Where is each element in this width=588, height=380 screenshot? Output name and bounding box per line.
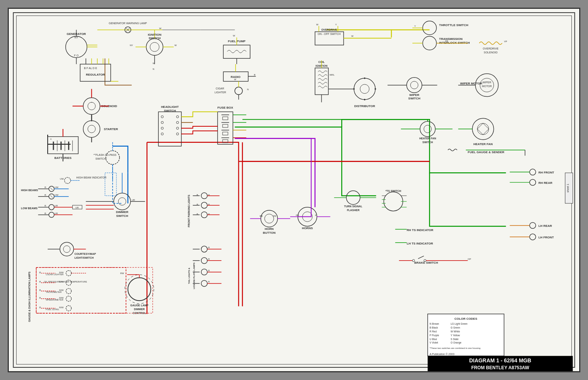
svg-point-166 [364,78,365,79]
svg-text:NY: NY [75,36,78,39]
svg-text:W: W [351,35,354,37]
svg-text:ON - OFF SWITCH: ON - OFF SWITCH [318,33,341,35]
svg-text:B: B [39,306,41,309]
svg-text:S   Slate: S Slate [450,338,458,340]
svg-text:B: B [45,186,46,188]
svg-text:REGULATOR: REGULATOR [86,73,105,76]
wiring-diagram: NY F O GENERATOR GENERATOR WARNING LAMP [8,8,580,372]
svg-text:B: B [39,289,41,291]
svg-text:OVERDRIVE: OVERDRIVE [321,28,337,31]
svg-text:NY: NY [130,44,133,46]
svg-text:W: W [316,23,319,26]
svg-text:Y: Y [335,23,337,26]
svg-text:WIPER MOTOR: WIPER MOTOR [460,82,482,85]
svg-text:FUEL GAUGE & SENDER: FUEL GAUGE & SENDER [468,150,504,154]
svg-text:*TS SWITCH: *TS SWITCH [385,190,401,192]
svg-text:W: W [174,44,177,46]
svg-text:FUSE BOX: FUSE BOX [218,106,233,109]
svg-text:B: B [254,74,256,76]
svg-text:FLASHER: FLASHER [347,209,360,211]
svg-text:OP: OP [468,258,471,260]
svg-text:B: B [45,205,46,207]
svg-text:LIGHT/SWITCH: LIGHT/SWITCH [75,256,94,259]
svg-text:TRANSMISSION: TRANSMISSION [439,37,463,41]
svg-text:HORNS: HORNS [302,226,313,230]
svg-text:Y: Y [414,25,416,27]
svg-text:HEADLIGHT: HEADLIGHT [161,105,179,109]
svg-text:SWITCH": SWITCH" [95,157,107,160]
svg-text:+: + [91,101,93,103]
svg-text:SWITCH: SWITCH [408,97,420,100]
svg-text:SWITCH: SWITCH [422,141,433,144]
svg-text:P: P [315,214,317,216]
svg-text:R/W: R/W [59,289,64,291]
svg-text:W: W [234,78,236,81]
svg-text:GENERATOR: GENERATOR [67,32,86,36]
svg-text:WIPER: WIPER [409,93,419,97]
svg-text:R  Red: R Red [430,330,437,333]
svg-text:BUTTON: BUTTON [263,231,276,235]
svg-text:UW: UW [55,194,58,196]
svg-text:COURTESY/MAP: COURTESY/MAP [75,253,96,255]
svg-text:A  Publication © 2003: A Publication © 2003 [430,353,455,355]
svg-text:B: B [39,297,41,299]
svg-text:B: B [39,281,41,283]
svg-text:UW: UW [60,178,64,180]
svg-text:LICENSE PLATE LAMPS: LICENSE PLATE LAMPS [193,263,195,289]
svg-text:V  Violet: V Violet [430,341,438,344]
svg-text:B: B [45,212,46,215]
svg-text:F O: F O [74,54,79,57]
svg-text:RH FRONT: RH FRONT [538,171,554,174]
svg-text:+: + [50,137,52,141]
svg-text:PB: PB [273,215,276,217]
svg-point-168 [364,99,365,101]
svg-text:O   Orange: O Orange [450,341,462,344]
svg-text:WIPER: WIPER [482,81,491,84]
svg-text:SWITCH: SWITCH [164,109,176,112]
svg-text:GENERATOR WARNING LAMP: GENERATOR WARNING LAMP [109,22,147,25]
svg-text:B F AL D E: B F AL D E [84,67,97,69]
svg-text:R: R [208,258,210,260]
svg-text:MOTOR: MOTOR [482,85,492,88]
svg-text:HIGH BEAM INDICATOR: HIGH BEAM INDICATOR [76,176,106,179]
svg-text:PB: PB [296,214,299,216]
svg-text:*These two switches are combin: *These two switches are combined in one … [430,347,480,349]
svg-text:PB: PB [260,215,263,217]
svg-text:COLOR CODES: COLOR CODES [455,317,477,321]
svg-text:P  Purple: P Purple [430,334,439,337]
svg-text:DIMMER: DIMMER [134,308,145,311]
svg-text:TAIL LIGHTS &: TAIL LIGHTS & [188,268,190,284]
svg-text:G   Green: G Green [450,326,460,329]
svg-text:RH TS INDICATOR: RH TS INDICATOR [407,228,434,232]
svg-text:N: N [153,68,154,70]
svg-text:HORN: HORN [265,227,274,231]
svg-text:LH REAR: LH REAR [538,224,552,228]
svg-text:B: B [39,271,41,274]
svg-text:GAUGE LAMP: GAUGE LAMP [130,304,148,307]
color-codes-box: COLOR CODES N Brown B Black R Red P Purp… [428,314,504,356]
svg-text:SWITCH: SWITCH [116,214,128,218]
svg-text:B: B [45,194,46,196]
svg-text:SOLENOID: SOLENOID [484,51,498,54]
svg-text:R: R [208,269,210,272]
svg-text:TURN SIGNAL: TURN SIGNAL [344,205,362,208]
svg-text:UR: UR [55,212,58,215]
sheet-label: sheet 1 [565,173,573,203]
svg-text:LOW BEAMS: LOW BEAMS [21,207,38,210]
svg-text:HIGH BEAMS: HIGH BEAMS [21,189,38,192]
svg-text:WRL: WRL [329,74,335,76]
svg-text:W: W [159,27,161,30]
svg-text:B  Black: B Black [430,326,439,329]
svg-text:R/W: R/W [59,281,64,283]
svg-text:R/W: R/W [59,297,64,299]
svg-text:HEATER FAN: HEATER FAN [473,142,493,146]
svg-text:UR: UR [75,207,79,209]
svg-text:R/W: R/W [59,271,64,274]
svg-text:LH TS INDICATOR: LH TS INDICATOR [407,242,433,245]
svg-text:N  Brown: N Brown [430,322,439,325]
svg-text:DIAGRAM 1 - 62/64 MGB: DIAGRAM 1 - 62/64 MGB [469,357,532,363]
svg-text:BRAKE SWITCH: BRAKE SWITCH [414,261,438,264]
svg-text:SWITCH: SWITCH [149,36,161,40]
svg-text:IGNITION: IGNITION [148,33,162,36]
svg-text:R: R [208,281,210,283]
